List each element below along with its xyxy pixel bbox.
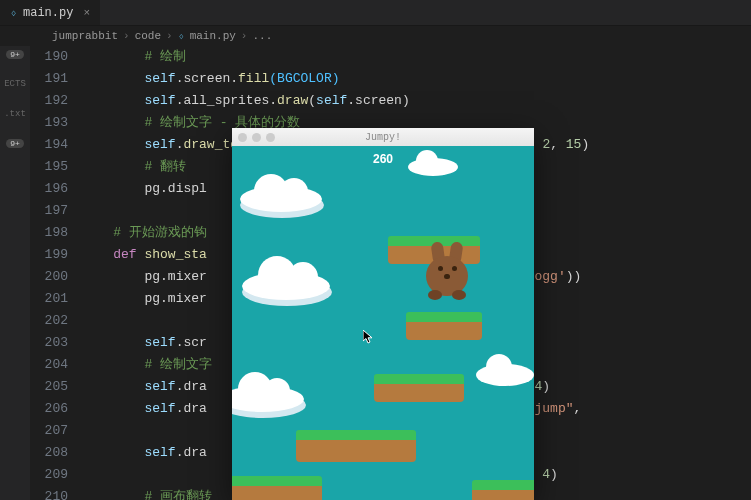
breadcrumb-sub[interactable]: code [135,30,161,42]
breadcrumb-file[interactable]: main.py [190,30,236,42]
chevron-right-icon: › [166,30,173,42]
breadcrumb-more[interactable]: ... [252,30,272,42]
python-file-icon: ⬨ [10,6,17,20]
chevron-right-icon: › [241,30,248,42]
game-score: 260 [232,152,534,166]
mouse-cursor-icon [363,330,373,344]
game-titlebar[interactable]: Jumpy! [232,128,534,146]
line-number-gutter: 190 191 192 193 194 195 196 197 198 199 … [30,46,82,500]
breadcrumb-folder[interactable]: jumprabbit [52,30,118,42]
sidebar-label: ECTS [4,79,26,89]
activity-sidebar: 9+ ECTS .txt 9+ [0,46,30,500]
tab-filename: main.py [23,6,73,20]
tab-main-py[interactable]: ⬨ main.py × [0,0,100,25]
breadcrumb: jumprabbit › code › ⬨ main.py › ... [0,26,751,46]
close-icon[interactable]: × [83,7,90,19]
platform-sprite [406,312,482,340]
python-file-icon: ⬨ [178,30,185,42]
bunny-player-sprite [420,242,474,298]
tab-bar: ⬨ main.py × [0,0,751,26]
chevron-right-icon: › [123,30,130,42]
game-window[interactable]: Jumpy! 260 [232,128,534,500]
platform-sprite [232,476,322,500]
game-window-title: Jumpy! [232,132,534,143]
badge: 9+ [6,139,24,148]
platform-sprite [374,374,464,402]
platform-sprite [296,430,416,462]
badge: 9+ [6,50,24,59]
game-canvas[interactable]: 260 [232,146,534,500]
sidebar-file-ext: .txt [4,109,26,119]
platform-sprite [472,480,534,500]
